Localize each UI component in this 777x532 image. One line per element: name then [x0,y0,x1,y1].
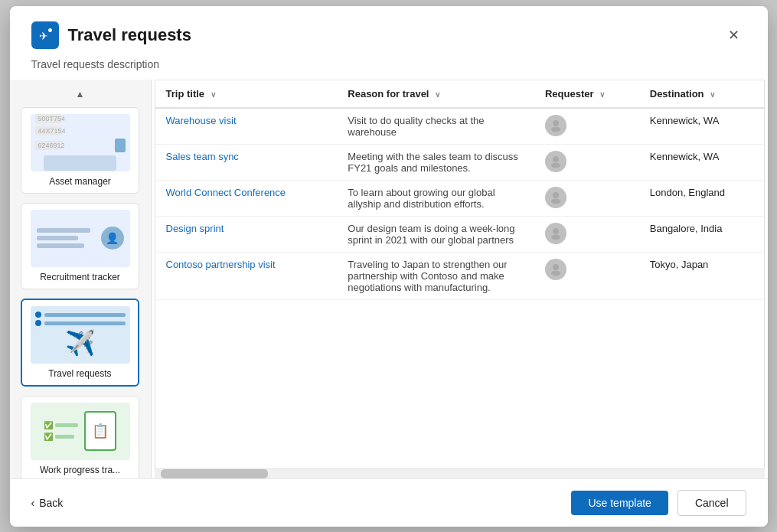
back-label: Back [39,497,63,509]
table-row: World Connect ConferenceTo learn about g… [155,180,764,216]
svg-point-4 [551,162,560,168]
col-destination[interactable]: Destination ∨ [639,80,764,108]
cell-trip-title: Sales team sync [155,144,338,180]
col-reason[interactable]: Reason for travel ∨ [337,80,534,108]
cell-reason: Traveling to Japan to strengthen our par… [337,252,534,299]
cell-reason: Our design team is doing a week-long spr… [337,216,534,252]
svg-text:✈: ✈ [39,30,48,42]
travel-icon: ✈ [31,21,59,49]
sidebar-item-work-progress[interactable]: ✅ ✅ 📋 Work progress tra... [21,396,139,478]
modal-subtitle: Travel requests description [10,55,768,80]
back-section: ‹ Back [31,497,563,509]
avatar [545,115,566,136]
cell-destination: Kennewick, WA [639,144,764,180]
svg-point-9 [553,264,559,270]
col-requester[interactable]: Requester ∨ [534,80,639,108]
cell-requester [534,144,639,180]
svg-point-6 [551,198,560,204]
cell-trip-title: World Connect Conference [155,180,338,216]
horizontal-scrollbar-thumb[interactable] [161,469,268,478]
cell-requester [534,216,639,252]
asset-manager-label: Asset manager [49,176,111,187]
modal-footer: ‹ Back Use template Cancel [10,478,768,527]
table-row: Contoso partnership visitTraveling to Ja… [155,252,764,299]
avatar [545,259,566,280]
avatar [545,187,566,208]
back-button[interactable]: ‹ Back [31,497,64,509]
modal-title: Travel requests [68,25,722,45]
svg-point-1 [553,120,559,126]
cell-destination: London, England [639,180,764,216]
cell-trip-title: Warehouse visit [155,108,338,145]
table-row: Warehouse visitVisit to do quality check… [155,108,764,145]
scroll-up-button[interactable]: ▲ [10,86,151,103]
recruitment-tracker-thumbnail: 👤 [31,210,130,267]
modal-overlay: ✈ Travel requests ✕ Travel requests desc… [0,0,777,532]
avatar [545,223,566,244]
cancel-button[interactable]: Cancel [677,490,746,516]
svg-point-10 [551,270,560,276]
table-row: Design sprintOur design team is doing a … [155,216,764,252]
svg-point-7 [553,228,559,234]
horizontal-scrollbar[interactable] [155,469,765,478]
svg-point-2 [551,126,560,132]
destination-sort-icon: ∨ [710,90,715,99]
reason-sort-icon: ∨ [435,90,440,99]
col-trip-title[interactable]: Trip title ∨ [155,80,338,108]
cell-trip-title: Contoso partnership visit [155,252,338,299]
cell-reason: Meeting with the sales team to discuss F… [337,144,534,180]
svg-point-8 [551,234,560,240]
modal-body: ▲ 500T754 44X7154 6246912 [10,80,768,478]
back-chevron-icon: ‹ [31,497,35,509]
travel-requests-thumbnail: ✈️ [31,306,130,364]
cell-reason: Visit to do quality checks at the wareho… [337,108,534,145]
cell-requester [534,180,639,216]
modal-header: ✈ Travel requests ✕ [10,6,768,55]
cell-requester [534,108,639,145]
trip-title-sort-icon: ∨ [211,90,216,99]
use-template-button[interactable]: Use template [571,491,668,515]
asset-manager-thumbnail: 500T754 44X7154 6246912 [31,114,130,171]
table-container[interactable]: Trip title ∨ Reason for travel ∨ Request… [155,80,765,469]
table-row: Sales team syncMeeting with the sales te… [155,144,764,180]
avatar [545,151,566,172]
recruitment-tracker-label: Recruitment tracker [40,272,120,282]
requester-sort-icon: ∨ [599,90,605,99]
content-area: Trip title ∨ Reason for travel ∨ Request… [152,80,768,478]
sidebar: ▲ 500T754 44X7154 6246912 [10,80,152,478]
cell-reason: To learn about growing our global allysh… [337,180,534,216]
travel-requests-table: Trip title ∨ Reason for travel ∨ Request… [155,80,764,300]
work-progress-label: Work progress tra... [40,465,120,475]
sidebar-item-recruitment-tracker[interactable]: 👤 Recruitment tracker [21,203,139,289]
sidebar-item-travel-requests[interactable]: ✈️ Travel requests [21,299,139,387]
cell-trip-title: Design sprint [155,216,338,252]
travel-requests-label: Travel requests [48,368,111,379]
svg-point-3 [553,156,559,162]
close-button[interactable]: ✕ [722,23,746,47]
cell-destination: Tokyo, Japan [639,252,764,299]
svg-point-5 [553,192,559,198]
sidebar-item-asset-manager[interactable]: 500T754 44X7154 6246912 Ass [21,107,139,194]
modal: ✈ Travel requests ✕ Travel requests desc… [10,6,768,527]
work-progress-thumbnail: ✅ ✅ 📋 [31,403,130,460]
cell-destination: Kennewick, WA [639,108,764,145]
cell-destination: Bangalore, India [639,216,764,252]
cell-requester [534,252,639,299]
